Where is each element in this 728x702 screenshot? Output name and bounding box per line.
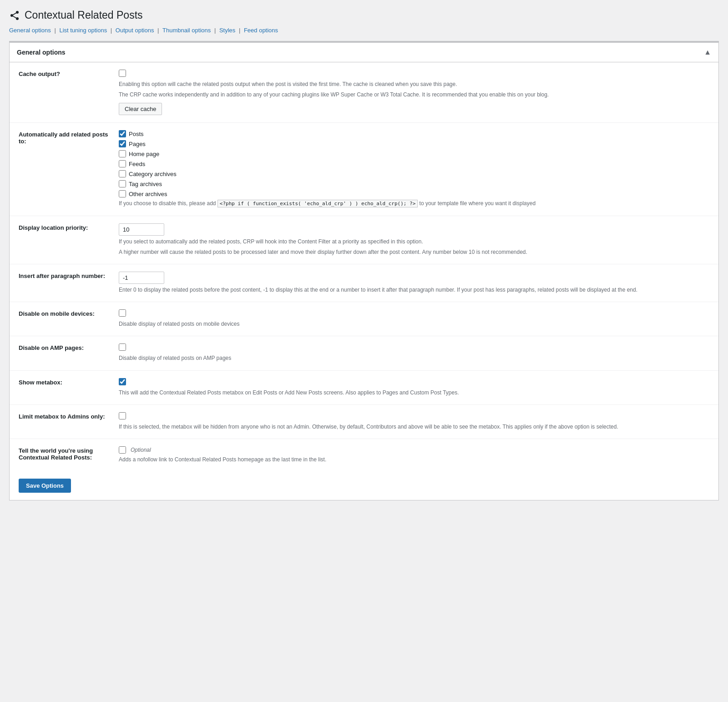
disable-mobile-desc: Disable display of related posts on mobi…: [119, 320, 709, 328]
homepage-checkbox[interactable]: [119, 150, 126, 157]
feeds-label: Feeds: [129, 161, 145, 167]
checkbox-posts[interactable]: Posts: [119, 130, 709, 137]
nav-list-tuning[interactable]: List tuning options: [59, 27, 107, 34]
show-metabox-row: Show metabox: This will add the Contextu…: [10, 371, 718, 405]
checkbox-tag-archives[interactable]: Tag archives: [119, 180, 709, 187]
tell-world-checkbox-label[interactable]: Optional: [119, 446, 709, 454]
insert-after-para-label: Insert after paragraph number:: [19, 272, 110, 279]
limit-metabox-label: Limit metabox to Admins only:: [19, 412, 110, 420]
svg-line-3: [13, 16, 16, 18]
disable-amp-label: Disable on AMP pages:: [19, 343, 110, 351]
auto-add-label: Automatically add related posts to:: [19, 130, 110, 145]
limit-metabox-content: If this is selected, the metabox will be…: [119, 412, 709, 431]
share-icon: [9, 10, 20, 21]
pages-label: Pages: [129, 141, 146, 147]
tell-world-label: Tell the world you're using Contextual R…: [19, 446, 110, 461]
disable-mobile-content: Disable display of related posts on mobi…: [119, 309, 709, 328]
display-priority-content: If you select to automatically add the r…: [119, 223, 709, 257]
disable-mobile-label: Disable on mobile devices:: [19, 309, 110, 317]
cache-output-content: Enabling this option will cache the rela…: [119, 70, 709, 115]
auto-add-content: Posts Pages Home page Feeds: [119, 130, 709, 208]
general-options-section: General options ▲ Cache output? Enabling…: [9, 41, 719, 500]
disable-amp-content: Disable display of related posts on AMP …: [119, 343, 709, 363]
tag-archives-checkbox[interactable]: [119, 180, 126, 187]
svg-point-2: [16, 17, 19, 20]
display-priority-row: Display location priority: If you select…: [10, 216, 718, 264]
cache-output-label: Cache output?: [19, 70, 110, 77]
show-metabox-label: Show metabox:: [19, 378, 110, 386]
category-archives-label: Category archives: [129, 171, 177, 177]
limit-metabox-desc: If this is selected, the metabox will be…: [119, 423, 709, 431]
insert-after-para-row: Insert after paragraph number: Enter 0 t…: [10, 264, 718, 302]
clear-cache-button[interactable]: Clear cache: [119, 103, 162, 115]
show-metabox-desc: This will add the Contextual Related Pos…: [119, 389, 709, 397]
insert-after-para-content: Enter 0 to display the related posts bef…: [119, 272, 709, 294]
cache-output-checkbox[interactable]: [119, 70, 126, 77]
tag-archives-label: Tag archives: [129, 181, 162, 187]
auto-add-desc: If you choose to disable this, please ad…: [119, 199, 709, 208]
section-title: General options: [17, 49, 66, 56]
cache-output-desc2: The CRP cache works independently and in…: [119, 91, 709, 99]
feeds-checkbox[interactable]: [119, 160, 126, 167]
auto-add-desc-before: If you choose to disable this, please ad…: [119, 200, 217, 207]
disable-mobile-checkbox[interactable]: [119, 309, 126, 317]
insert-after-para-input[interactable]: [119, 272, 164, 284]
limit-metabox-row: Limit metabox to Admins only: If this is…: [10, 405, 718, 439]
category-archives-checkbox[interactable]: [119, 170, 126, 177]
display-priority-input[interactable]: [119, 223, 164, 236]
nav-general-options[interactable]: General options: [9, 27, 51, 34]
show-metabox-checkbox[interactable]: [119, 378, 126, 385]
checkbox-category-archives[interactable]: Category archives: [119, 170, 709, 177]
disable-amp-desc: Disable display of related posts on AMP …: [119, 354, 709, 363]
nav-thumbnail-options[interactable]: Thumbnail options: [162, 27, 211, 34]
tell-world-content: Optional Adds a nofollow link to Context…: [119, 446, 709, 464]
nav-output-options[interactable]: Output options: [116, 27, 154, 34]
tell-world-checkbox[interactable]: [119, 446, 126, 454]
section-toggle-icon[interactable]: ▲: [704, 48, 711, 56]
insert-after-para-desc: Enter 0 to display the related posts bef…: [119, 286, 709, 294]
display-priority-desc2: A higher number will cause the related p…: [119, 248, 709, 257]
disable-amp-row: Disable on AMP pages: Disable display of…: [10, 336, 718, 370]
posts-checkbox[interactable]: [119, 130, 126, 137]
nav-styles[interactable]: Styles: [219, 27, 235, 34]
other-archives-label: Other archives: [129, 191, 167, 197]
svg-line-4: [13, 13, 16, 15]
checkbox-pages[interactable]: Pages: [119, 140, 709, 147]
page-title-container: Contextual Related Posts: [9, 9, 719, 21]
pages-checkbox[interactable]: [119, 140, 126, 147]
nav-feed-options[interactable]: Feed options: [244, 27, 278, 34]
auto-add-desc-after: to your template file where you want it …: [418, 200, 536, 207]
tell-world-row: Tell the world you're using Contextual R…: [10, 439, 718, 471]
auto-add-checkboxes: Posts Pages Home page Feeds: [119, 130, 709, 197]
homepage-label: Home page: [129, 151, 159, 157]
disable-amp-checkbox[interactable]: [119, 343, 126, 351]
display-priority-label: Display location priority:: [19, 223, 110, 231]
auto-add-code: <?php if ( function_exists( 'echo_ald_cr…: [217, 200, 418, 207]
tell-world-desc: Adds a nofollow link to Contextual Relat…: [119, 455, 709, 464]
checkbox-homepage[interactable]: Home page: [119, 150, 709, 157]
disable-mobile-row: Disable on mobile devices: Disable displ…: [10, 302, 718, 336]
show-metabox-content: This will add the Contextual Related Pos…: [119, 378, 709, 397]
svg-point-0: [16, 11, 19, 14]
save-options-button[interactable]: Save Options: [19, 479, 71, 493]
svg-point-1: [10, 14, 13, 17]
nav-links: General options | List tuning options | …: [9, 27, 719, 34]
checkbox-feeds[interactable]: Feeds: [119, 160, 709, 167]
cache-output-desc1: Enabling this option will cache the rela…: [119, 80, 709, 89]
checkbox-other-archives[interactable]: Other archives: [119, 190, 709, 197]
limit-metabox-checkbox[interactable]: [119, 412, 126, 419]
cache-output-row: Cache output? Enabling this option will …: [10, 62, 718, 123]
other-archives-checkbox[interactable]: [119, 190, 126, 197]
display-priority-desc1: If you select to automatically add the r…: [119, 237, 709, 246]
tell-world-optional: Optional: [131, 447, 151, 453]
auto-add-row: Automatically add related posts to: Post…: [10, 123, 718, 216]
section-header: General options ▲: [10, 43, 718, 62]
section-body: Cache output? Enabling this option will …: [10, 62, 718, 471]
posts-label: Posts: [129, 131, 144, 137]
page-title: Contextual Related Posts: [25, 9, 143, 21]
